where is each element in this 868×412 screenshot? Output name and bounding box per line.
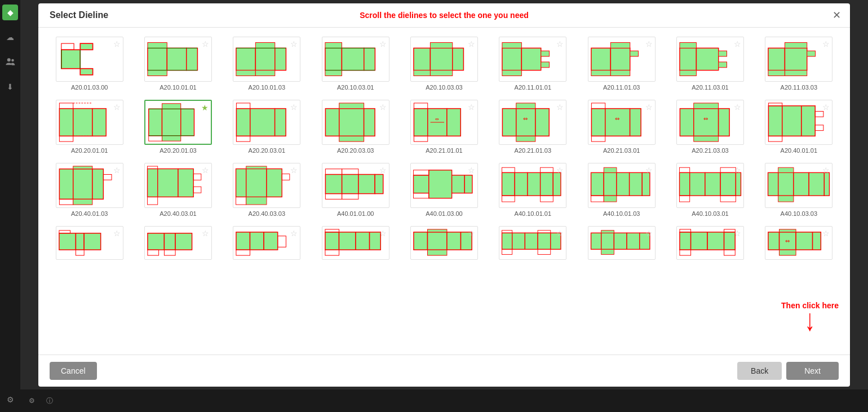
dieline-box[interactable]: ☆: [499, 163, 566, 208]
dieline-box[interactable]: ☆: [233, 100, 300, 145]
dieline-item[interactable]: ☆ A40.01.: [316, 163, 395, 217]
dieline-box[interactable]: ☆ ⇔: [410, 100, 478, 145]
dieline-item[interactable]: ☆: [138, 226, 218, 262]
star-icon[interactable]: ☆: [468, 229, 475, 238]
dieline-item[interactable]: ☆ A20.11.03.03: [759, 37, 839, 91]
dieline-item[interactable]: ☆ A20.20.03.03: [316, 100, 395, 154]
dieline-box[interactable]: ☆ ⇔: [676, 100, 744, 145]
dialog-body[interactable]: ☆ A20.01.03.00: [38, 28, 850, 355]
dieline-item[interactable]: ☆: [50, 226, 129, 262]
dieline-item[interactable]: ☆ ⇔ A20.21.03.01: [582, 100, 661, 154]
dieline-box[interactable]: ☆: [233, 163, 300, 208]
star-icon[interactable]: ☆: [734, 229, 741, 238]
star-icon[interactable]: ☆: [202, 166, 209, 175]
dieline-item[interactable]: ☆: [493, 226, 573, 262]
dieline-item[interactable]: ☆ A20.01.03.00: [50, 37, 129, 91]
dieline-box[interactable]: ☆: [410, 226, 478, 260]
star-icon[interactable]: ☆: [468, 103, 475, 112]
dieline-box[interactable]: ☆: [588, 163, 656, 208]
bottom-settings-icon[interactable]: ⚙: [25, 394, 38, 407]
star-icon[interactable]: ☆: [113, 39, 121, 48]
dieline-item[interactable]: ☆ ⇔ A20.21.01.03: [493, 100, 573, 154]
dieline-box[interactable]: ☆: [233, 226, 300, 260]
dieline-box[interactable]: ☆: [588, 37, 656, 82]
star-icon[interactable]: ☆: [202, 229, 209, 238]
bottom-info-icon[interactable]: ⓘ: [43, 394, 56, 407]
dieline-box[interactable]: ☆: [765, 163, 832, 208]
star-icon[interactable]: ☆: [556, 166, 564, 175]
dieline-item[interactable]: ☆: [316, 226, 395, 262]
dieline-item[interactable]: ☆ A20.11.01.03: [582, 37, 661, 91]
dieline-item[interactable]: ☆ A20.40.03.01: [138, 163, 218, 217]
dieline-box[interactable]: ☆: [765, 37, 832, 82]
dieline-item[interactable]: ☆ A20.10.01.01: [138, 37, 218, 91]
dieline-box[interactable]: ☆: [144, 37, 212, 82]
dieline-item-selected[interactable]: ★ A20.20.: [138, 100, 218, 154]
dieline-item[interactable]: ☆ A20.10.03.01: [316, 37, 395, 91]
dieline-box[interactable]: ☆: [56, 163, 123, 208]
star-icon[interactable]: ☆: [113, 103, 121, 112]
star-icon-filled[interactable]: ★: [201, 103, 209, 112]
dieline-item[interactable]: ☆ A40.10.: [582, 163, 661, 217]
star-icon[interactable]: ☆: [822, 166, 830, 175]
dieline-item[interactable]: ☆ A40.10.03.03: [759, 163, 839, 217]
star-icon[interactable]: ☆: [556, 229, 564, 238]
sidebar-users[interactable]: [2, 54, 18, 70]
star-icon[interactable]: ☆: [379, 39, 387, 48]
dieline-item[interactable]: ☆: [404, 226, 484, 262]
dieline-box[interactable]: ☆: [499, 226, 566, 260]
dieline-box[interactable]: ☆: [322, 226, 389, 260]
dieline-box[interactable]: ☆: [322, 163, 389, 208]
dieline-box[interactable]: ☆: [322, 100, 389, 145]
dieline-item[interactable]: ☆ A40.01.03.00: [404, 163, 484, 217]
dieline-item[interactable]: ☆ A20.10.03.03: [404, 37, 484, 91]
sidebar-settings[interactable]: ⚙: [2, 392, 18, 407]
star-icon[interactable]: ☆: [556, 39, 564, 48]
star-icon[interactable]: ☆: [379, 166, 387, 175]
star-icon[interactable]: ☆: [645, 39, 653, 48]
cancel-button[interactable]: Cancel: [50, 362, 97, 380]
sidebar-cloud[interactable]: ☁: [2, 29, 18, 45]
star-icon[interactable]: ☆: [290, 39, 298, 48]
star-icon[interactable]: ☆: [468, 39, 475, 48]
star-icon[interactable]: ☆: [468, 166, 475, 175]
dieline-box[interactable]: ☆: [676, 163, 744, 208]
star-icon[interactable]: ☆: [645, 166, 653, 175]
back-button[interactable]: Back: [737, 362, 782, 380]
star-icon[interactable]: ☆: [734, 103, 741, 112]
star-icon[interactable]: ☆: [822, 229, 830, 238]
dieline-item[interactable]: ☆ ⇔ A20.21.03.03: [670, 100, 750, 154]
dieline-item[interactable]: ☆ A20.40.01.03: [50, 163, 129, 217]
dieline-box[interactable]: ☆ ⇔: [499, 100, 566, 145]
dieline-box[interactable]: ☆: [410, 37, 478, 82]
star-icon[interactable]: ☆: [202, 39, 209, 48]
star-icon[interactable]: ☆: [645, 103, 653, 112]
close-button[interactable]: ✕: [832, 9, 841, 21]
dieline-box[interactable]: ☆: [676, 226, 744, 260]
dieline-item[interactable]: ☆ A20.10.01.03: [227, 37, 307, 91]
star-icon[interactable]: ☆: [822, 39, 830, 48]
dieline-item[interactable]: ☆ ⇔: [759, 226, 839, 262]
dieline-box[interactable]: ☆: [56, 226, 123, 260]
sidebar-logo[interactable]: ◆: [2, 5, 18, 20]
star-icon[interactable]: ☆: [556, 103, 564, 112]
dieline-box[interactable]: ☆: [499, 37, 566, 82]
star-icon[interactable]: ☆: [822, 103, 830, 112]
next-button[interactable]: Next: [786, 362, 839, 380]
dieline-box[interactable]: ☆: [56, 37, 123, 82]
dieline-item[interactable]: ☆ A20.20.03.01: [227, 100, 307, 154]
star-icon[interactable]: ☆: [290, 229, 298, 238]
dieline-box[interactable]: ☆: [144, 163, 212, 208]
star-icon[interactable]: ☆: [290, 103, 298, 112]
dieline-item[interactable]: ☆: [670, 226, 750, 262]
dieline-box[interactable]: ☆: [588, 226, 656, 260]
dieline-item[interactable]: ☆ A20.40.01.01: [759, 100, 839, 154]
star-icon[interactable]: ☆: [645, 229, 653, 238]
dieline-item[interactable]: ☆: [582, 226, 661, 262]
star-icon[interactable]: ☆: [379, 103, 387, 112]
dieline-box[interactable]: ☆: [765, 100, 832, 145]
dieline-box[interactable]: ☆ ⇔: [588, 100, 656, 145]
dieline-item[interactable]: ☆ A20.40.03.03: [227, 163, 307, 217]
star-icon[interactable]: ☆: [113, 229, 121, 238]
star-icon[interactable]: ☆: [734, 166, 741, 175]
